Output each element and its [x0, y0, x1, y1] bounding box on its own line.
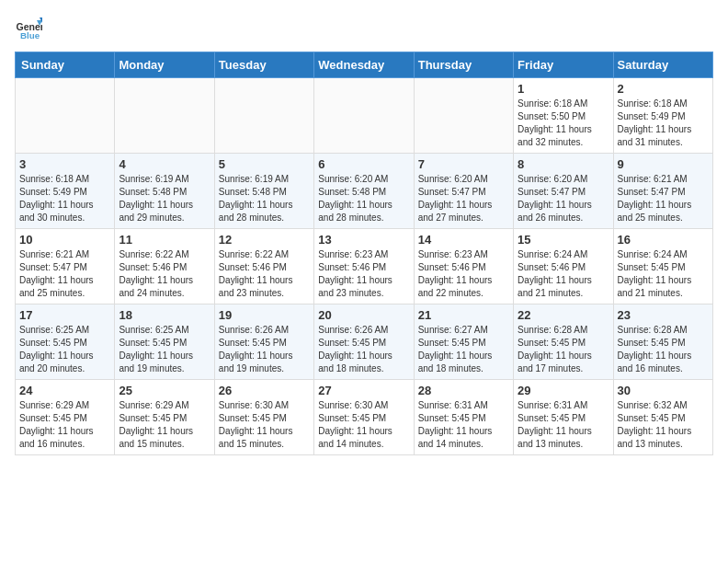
calendar-week-2: 10Sunrise: 6:21 AM Sunset: 5:47 PM Dayli… — [16, 229, 713, 304]
calendar-cell — [16, 78, 115, 154]
day-info: Sunrise: 6:26 AM Sunset: 5:45 PM Dayligh… — [219, 324, 310, 375]
day-number: 21 — [418, 308, 509, 322]
day-info: Sunrise: 6:18 AM Sunset: 5:50 PM Dayligh… — [518, 98, 609, 149]
day-info: Sunrise: 6:25 AM Sunset: 5:45 PM Dayligh… — [119, 324, 210, 375]
calendar-header-row: SundayMondayTuesdayWednesdayThursdayFrid… — [16, 52, 713, 78]
day-number: 22 — [518, 308, 609, 322]
day-number: 18 — [119, 308, 210, 322]
day-number: 30 — [618, 384, 709, 397]
day-number: 27 — [318, 384, 409, 397]
column-header-saturday: Saturday — [613, 52, 712, 78]
calendar-cell: 21Sunrise: 6:27 AM Sunset: 5:45 PM Dayli… — [414, 304, 513, 380]
calendar-cell: 23Sunrise: 6:28 AM Sunset: 5:45 PM Dayli… — [613, 304, 712, 380]
calendar-cell: 13Sunrise: 6:23 AM Sunset: 5:46 PM Dayli… — [314, 229, 414, 304]
calendar-week-4: 24Sunrise: 6:29 AM Sunset: 5:45 PM Dayli… — [16, 380, 713, 455]
day-number: 25 — [119, 384, 210, 397]
column-header-wednesday: Wednesday — [314, 52, 414, 78]
calendar-cell: 20Sunrise: 6:26 AM Sunset: 5:45 PM Dayli… — [314, 304, 414, 380]
calendar-cell: 11Sunrise: 6:22 AM Sunset: 5:46 PM Dayli… — [115, 229, 214, 304]
day-info: Sunrise: 6:20 AM Sunset: 5:48 PM Dayligh… — [318, 173, 409, 224]
calendar-week-3: 17Sunrise: 6:25 AM Sunset: 5:45 PM Dayli… — [16, 304, 713, 380]
calendar-cell: 12Sunrise: 6:22 AM Sunset: 5:46 PM Dayli… — [214, 229, 313, 304]
day-info: Sunrise: 6:22 AM Sunset: 5:46 PM Dayligh… — [219, 248, 310, 300]
day-info: Sunrise: 6:22 AM Sunset: 5:46 PM Dayligh… — [119, 248, 210, 300]
day-number: 6 — [318, 157, 409, 171]
day-info: Sunrise: 6:20 AM Sunset: 5:47 PM Dayligh… — [418, 173, 509, 224]
calendar-cell: 22Sunrise: 6:28 AM Sunset: 5:45 PM Dayli… — [514, 304, 613, 380]
day-info: Sunrise: 6:18 AM Sunset: 5:49 PM Dayligh… — [19, 173, 110, 224]
calendar-table: SundayMondayTuesdayWednesdayThursdayFrid… — [15, 52, 713, 455]
day-number: 17 — [19, 308, 110, 322]
day-info: Sunrise: 6:19 AM Sunset: 5:48 PM Dayligh… — [119, 173, 210, 224]
day-number: 8 — [518, 157, 609, 171]
day-number: 4 — [119, 157, 210, 171]
calendar-cell: 25Sunrise: 6:29 AM Sunset: 5:45 PM Dayli… — [115, 380, 214, 455]
calendar-cell — [314, 78, 414, 154]
day-info: Sunrise: 6:24 AM Sunset: 5:46 PM Dayligh… — [518, 248, 609, 300]
day-number: 16 — [618, 233, 709, 247]
day-info: Sunrise: 6:24 AM Sunset: 5:45 PM Dayligh… — [618, 248, 709, 300]
calendar-cell: 30Sunrise: 6:32 AM Sunset: 5:45 PM Dayli… — [613, 380, 712, 455]
day-info: Sunrise: 6:28 AM Sunset: 5:45 PM Dayligh… — [518, 324, 609, 375]
day-number: 14 — [418, 233, 509, 247]
day-number: 26 — [219, 384, 310, 397]
day-info: Sunrise: 6:29 AM Sunset: 5:45 PM Dayligh… — [119, 399, 210, 451]
page-header: General Blue — [15, 15, 713, 42]
calendar-cell: 9Sunrise: 6:21 AM Sunset: 5:47 PM Daylig… — [613, 154, 712, 229]
calendar-cell: 6Sunrise: 6:20 AM Sunset: 5:48 PM Daylig… — [314, 154, 414, 229]
day-number: 9 — [618, 157, 709, 171]
column-header-tuesday: Tuesday — [214, 52, 313, 78]
column-header-sunday: Sunday — [16, 52, 115, 78]
day-info: Sunrise: 6:19 AM Sunset: 5:48 PM Dayligh… — [219, 173, 310, 224]
day-number: 3 — [19, 157, 110, 171]
calendar-cell: 2Sunrise: 6:18 AM Sunset: 5:49 PM Daylig… — [613, 78, 712, 154]
day-info: Sunrise: 6:21 AM Sunset: 5:47 PM Dayligh… — [19, 248, 110, 300]
day-info: Sunrise: 6:30 AM Sunset: 5:45 PM Dayligh… — [318, 399, 409, 451]
calendar-cell: 24Sunrise: 6:29 AM Sunset: 5:45 PM Dayli… — [16, 380, 115, 455]
day-number: 20 — [318, 308, 409, 322]
calendar-cell: 4Sunrise: 6:19 AM Sunset: 5:48 PM Daylig… — [115, 154, 214, 229]
logo-icon: General Blue — [15, 15, 42, 42]
day-number: 24 — [19, 384, 110, 397]
calendar-cell: 1Sunrise: 6:18 AM Sunset: 5:50 PM Daylig… — [514, 78, 613, 154]
calendar-week-0: 1Sunrise: 6:18 AM Sunset: 5:50 PM Daylig… — [16, 78, 713, 154]
day-number: 10 — [19, 233, 110, 247]
day-info: Sunrise: 6:28 AM Sunset: 5:45 PM Dayligh… — [618, 324, 709, 375]
calendar-cell — [414, 78, 513, 154]
calendar-cell: 27Sunrise: 6:30 AM Sunset: 5:45 PM Dayli… — [314, 380, 414, 455]
calendar-week-1: 3Sunrise: 6:18 AM Sunset: 5:49 PM Daylig… — [16, 154, 713, 229]
day-number: 28 — [418, 384, 509, 397]
day-info: Sunrise: 6:27 AM Sunset: 5:45 PM Dayligh… — [418, 324, 509, 375]
day-number: 13 — [318, 233, 409, 247]
column-header-thursday: Thursday — [414, 52, 513, 78]
day-number: 19 — [219, 308, 310, 322]
calendar-cell — [214, 78, 313, 154]
calendar-cell: 8Sunrise: 6:20 AM Sunset: 5:47 PM Daylig… — [514, 154, 613, 229]
calendar-cell: 19Sunrise: 6:26 AM Sunset: 5:45 PM Dayli… — [214, 304, 313, 380]
day-info: Sunrise: 6:31 AM Sunset: 5:45 PM Dayligh… — [418, 399, 509, 451]
calendar-cell: 29Sunrise: 6:31 AM Sunset: 5:45 PM Dayli… — [514, 380, 613, 455]
day-number: 1 — [518, 82, 609, 96]
calendar-cell: 3Sunrise: 6:18 AM Sunset: 5:49 PM Daylig… — [16, 154, 115, 229]
day-info: Sunrise: 6:23 AM Sunset: 5:46 PM Dayligh… — [418, 248, 509, 300]
day-info: Sunrise: 6:25 AM Sunset: 5:45 PM Dayligh… — [19, 324, 110, 375]
column-header-monday: Monday — [115, 52, 214, 78]
day-number: 5 — [219, 157, 310, 171]
day-number: 11 — [119, 233, 210, 247]
column-header-friday: Friday — [514, 52, 613, 78]
calendar-cell: 14Sunrise: 6:23 AM Sunset: 5:46 PM Dayli… — [414, 229, 513, 304]
day-number: 29 — [518, 384, 609, 397]
logo: General Blue — [15, 15, 42, 42]
calendar-cell: 18Sunrise: 6:25 AM Sunset: 5:45 PM Dayli… — [115, 304, 214, 380]
day-info: Sunrise: 6:32 AM Sunset: 5:45 PM Dayligh… — [618, 399, 709, 451]
calendar-cell: 10Sunrise: 6:21 AM Sunset: 5:47 PM Dayli… — [16, 229, 115, 304]
day-info: Sunrise: 6:26 AM Sunset: 5:45 PM Dayligh… — [318, 324, 409, 375]
calendar-cell: 26Sunrise: 6:30 AM Sunset: 5:45 PM Dayli… — [214, 380, 313, 455]
calendar-cell: 15Sunrise: 6:24 AM Sunset: 5:46 PM Dayli… — [514, 229, 613, 304]
day-info: Sunrise: 6:20 AM Sunset: 5:47 PM Dayligh… — [518, 173, 609, 224]
day-number: 2 — [618, 82, 709, 96]
day-number: 23 — [618, 308, 709, 322]
day-number: 12 — [219, 233, 310, 247]
calendar-cell: 17Sunrise: 6:25 AM Sunset: 5:45 PM Dayli… — [16, 304, 115, 380]
day-info: Sunrise: 6:23 AM Sunset: 5:46 PM Dayligh… — [318, 248, 409, 300]
